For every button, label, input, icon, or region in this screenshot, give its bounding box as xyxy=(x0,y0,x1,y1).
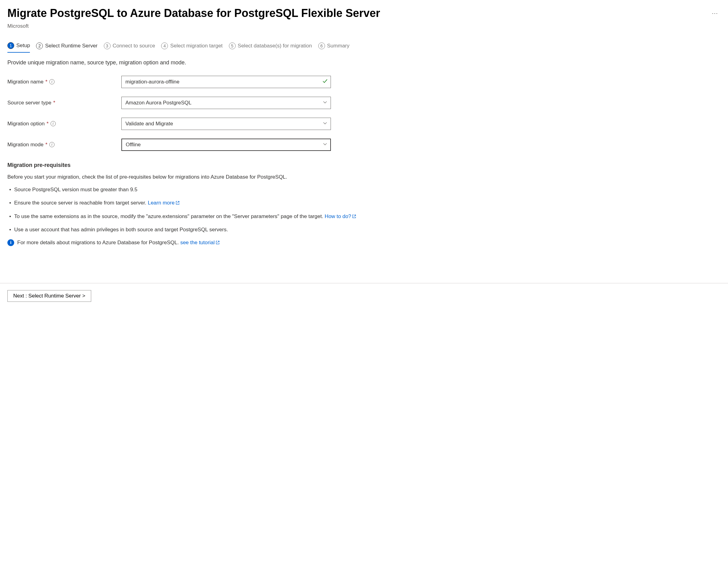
required-indicator: * xyxy=(45,142,47,148)
external-link-icon xyxy=(215,240,220,244)
page-title: Migrate PostgreSQL to Azure Database for… xyxy=(7,6,380,21)
tutorial-link[interactable]: see the tutorial xyxy=(180,240,220,245)
tab-number: 6 xyxy=(318,43,325,49)
tab-label: Select Runtime Server xyxy=(45,43,97,49)
tab-select-databases[interactable]: 5 Select database(s) for migration xyxy=(229,40,312,53)
migration-option-select[interactable]: Validate and Migrate xyxy=(121,118,331,130)
required-indicator: * xyxy=(53,100,55,106)
tab-connect-source[interactable]: 3 Connect to source xyxy=(104,40,155,53)
info-filled-icon: i xyxy=(7,239,14,246)
prereq-item: Ensure the source server is reachable fr… xyxy=(7,199,721,207)
external-link-icon xyxy=(352,214,356,218)
source-type-label: Source server type * xyxy=(7,100,121,106)
source-type-select[interactable]: Amazon Aurora PostgreSQL xyxy=(121,97,331,109)
tab-label: Select database(s) for migration xyxy=(238,43,312,49)
wizard-tabs: 1 Setup 2 Select Runtime Server 3 Connec… xyxy=(7,40,721,53)
prereq-item: To use the same extensions as in the sou… xyxy=(7,212,721,220)
info-icon[interactable]: i xyxy=(50,121,56,126)
tab-select-runtime[interactable]: 2 Select Runtime Server xyxy=(36,40,97,53)
tab-number: 1 xyxy=(7,42,14,49)
migration-name-label: Migration name * i xyxy=(7,79,121,85)
checkmark-icon xyxy=(322,78,328,85)
learn-more-link[interactable]: Learn more xyxy=(148,200,180,206)
required-indicator: * xyxy=(45,79,47,85)
migration-mode-select[interactable]: Offline xyxy=(121,139,331,151)
prereq-heading: Migration pre-requisites xyxy=(7,162,721,168)
migration-mode-label: Migration mode * i xyxy=(7,142,121,148)
more-actions-button[interactable]: ⋯ xyxy=(709,8,721,18)
tab-label: Connect to source xyxy=(113,43,155,49)
tab-summary[interactable]: 6 Summary xyxy=(318,40,350,53)
info-text: For more details about migrations to Azu… xyxy=(17,240,220,246)
tab-label: Select migration target xyxy=(170,43,223,49)
tab-number: 3 xyxy=(104,43,111,49)
migration-name-input[interactable] xyxy=(121,76,331,88)
tab-number: 4 xyxy=(161,43,168,49)
tab-migration-target[interactable]: 4 Select migration target xyxy=(161,40,223,53)
prereq-item: Source PostgreSQL version must be greate… xyxy=(7,186,721,194)
tab-setup[interactable]: 1 Setup xyxy=(7,40,30,53)
subtitle: Microsoft xyxy=(7,23,721,29)
prereq-item: Use a user account that has admin privil… xyxy=(7,226,721,234)
tab-label: Summary xyxy=(327,43,350,49)
external-link-icon xyxy=(176,201,180,205)
tab-number: 5 xyxy=(229,43,236,49)
prereq-intro: Before you start your migration, check t… xyxy=(7,174,721,180)
info-icon[interactable]: i xyxy=(49,142,54,147)
required-indicator: * xyxy=(47,121,49,127)
info-icon[interactable]: i xyxy=(49,79,54,85)
how-to-link[interactable]: How to do? xyxy=(325,213,356,219)
tab-number: 2 xyxy=(36,43,43,49)
tab-description: Provide unique migration name, source ty… xyxy=(7,60,721,66)
next-button[interactable]: Next : Select Runtime Server > xyxy=(7,290,91,302)
migration-option-label: Migration option * i xyxy=(7,121,121,127)
tab-label: Setup xyxy=(16,43,30,49)
